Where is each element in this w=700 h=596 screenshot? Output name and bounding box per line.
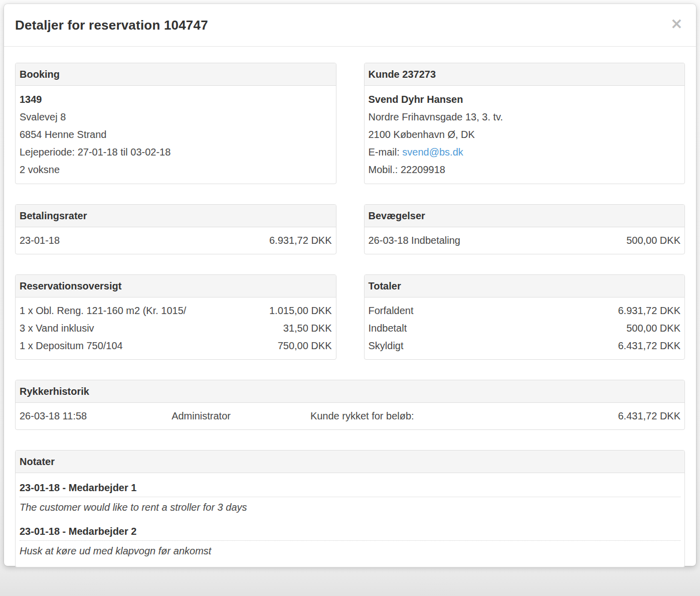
total-amount: 6.431,72 DKK xyxy=(618,337,680,355)
booking-guests: 2 voksne xyxy=(20,161,332,179)
total-amount: 6.931,72 DKK xyxy=(618,302,680,320)
booking-panel: Booking 1349 Svalevej 8 6854 Henne Stran… xyxy=(15,63,336,184)
customer-address-street: Nordre Frihavnsgade 13, 3. tv. xyxy=(369,108,681,126)
customer-name: Svend Dyhr Hansen xyxy=(369,91,681,108)
table-row: Skyldigt 6.431,72 DKK xyxy=(369,337,681,355)
note-item: 23-01-18 - Medarbejder 2 Husk at køre ud… xyxy=(20,523,680,560)
modal-header: Detaljer for reservation 104747 × xyxy=(4,4,696,47)
reminder-history-table: 26-03-18 11:58 Administrator Kunde rykke… xyxy=(16,403,684,429)
reminder-user: Administrator xyxy=(171,407,310,425)
overview-item-label: 3 x Vand inklusiv xyxy=(20,320,94,337)
notes-panel-body: 23-01-18 - Medarbejder 1 The customer wo… xyxy=(16,473,684,567)
payment-rate-date: 23-01-18 xyxy=(20,232,60,249)
booking-address-city: 6854 Henne Strand xyxy=(20,126,332,143)
payment-rate-amount: 6.931,72 DKK xyxy=(269,232,332,249)
table-row: Indbetalt 500,00 DKK xyxy=(369,320,681,337)
totals-panel: Totaler Forfaldent 6.931,72 DKK Indbetal… xyxy=(364,274,685,360)
panels-grid: Booking 1349 Svalevej 8 6854 Henne Stran… xyxy=(15,63,685,360)
note-text: Husk at køre ud med klapvogn før ankomst xyxy=(20,541,680,560)
modal-body: Booking 1349 Svalevej 8 6854 Henne Stran… xyxy=(4,47,696,572)
notes-panel: Notater 23-01-18 - Medarbejder 1 The cus… xyxy=(15,450,685,567)
overview-item-amount: 1.015,00 DKK xyxy=(269,302,332,320)
reminder-history-panel-title: Rykkerhistorik xyxy=(16,380,684,403)
total-amount: 500,00 DKK xyxy=(626,320,680,337)
table-row: 1 x Obl. Reng. 121-160 m2 (Kr. 1015/ 1.0… xyxy=(20,302,332,320)
customer-panel-body: Svend Dyhr Hansen Nordre Frihavnsgade 13… xyxy=(365,86,685,184)
modal-title: Detaljer for reservation 104747 xyxy=(15,18,681,33)
table-row: 26-03-18 11:58 Administrator Kunde rykke… xyxy=(20,407,680,425)
reservation-overview-panel: Reservationsoversigt 1 x Obl. Reng. 121-… xyxy=(15,274,336,360)
customer-mobile: Mobil.: 22209918 xyxy=(369,161,681,179)
overview-item-label: 1 x Depositum 750/104 xyxy=(20,337,123,355)
total-label: Skyldigt xyxy=(369,337,404,355)
customer-panel: Kunde 237273 Svend Dyhr Hansen Nordre Fr… xyxy=(364,63,685,184)
overview-item-amount: 31,50 DKK xyxy=(283,320,332,337)
movements-panel: Bevægelser 26-03-18 Indbetaling 500,00 D… xyxy=(364,204,685,254)
note-item: 23-01-18 - Medarbejder 1 The customer wo… xyxy=(20,479,680,516)
totals-panel-title: Totaler xyxy=(365,275,685,297)
overview-item-label: 1 x Obl. Reng. 121-160 m2 (Kr. 1015/ xyxy=(20,302,186,320)
table-row: 1 x Depositum 750/104 750,00 DKK xyxy=(20,337,332,355)
notes-panel-title: Notater xyxy=(16,451,684,473)
note-heading: 23-01-18 - Medarbejder 1 xyxy=(20,479,680,497)
customer-email-row: E-mail: svend@bs.dk xyxy=(369,143,681,161)
customer-panel-title: Kunde 237273 xyxy=(365,63,685,86)
booking-panel-title: Booking xyxy=(16,63,336,86)
movements-table: 26-03-18 Indbetaling 500,00 DKK xyxy=(365,227,685,254)
booking-rental-period: Lejeperiode: 27-01-18 til 03-02-18 xyxy=(20,143,332,161)
reminder-description: Kunde rykket for beløb: xyxy=(310,407,618,425)
customer-email-label: E-mail: xyxy=(369,146,403,158)
booking-number: 1349 xyxy=(20,91,332,108)
booking-panel-body: 1349 Svalevej 8 6854 Henne Strand Lejepe… xyxy=(16,86,336,184)
table-row: 26-03-18 Indbetaling 500,00 DKK xyxy=(369,232,681,249)
reservation-details-modal: Detaljer for reservation 104747 × Bookin… xyxy=(4,4,696,566)
total-label: Forfaldent xyxy=(369,302,414,320)
reminder-amount: 6.431,72 DKK xyxy=(618,407,680,425)
movement-label: 26-03-18 Indbetaling xyxy=(369,232,460,249)
table-row: 23-01-18 6.931,72 DKK xyxy=(20,232,332,249)
overview-item-amount: 750,00 DKK xyxy=(278,337,332,355)
reminder-date: 26-03-18 11:58 xyxy=(20,407,171,425)
table-row: Forfaldent 6.931,72 DKK xyxy=(369,302,681,320)
customer-address-city: 2100 København Ø, DK xyxy=(369,126,681,143)
table-row: 3 x Vand inklusiv 31,50 DKK xyxy=(20,320,332,337)
reservation-overview-table: 1 x Obl. Reng. 121-160 m2 (Kr. 1015/ 1.0… xyxy=(16,297,336,359)
reminder-history-panel: Rykkerhistorik 26-03-18 11:58 Administra… xyxy=(15,380,685,430)
payment-rates-table: 23-01-18 6.931,72 DKK xyxy=(16,227,336,254)
close-icon[interactable]: × xyxy=(670,16,683,31)
booking-address-street: Svalevej 8 xyxy=(20,108,332,126)
totals-table: Forfaldent 6.931,72 DKK Indbetalt 500,00… xyxy=(365,297,685,359)
note-heading: 23-01-18 - Medarbejder 2 xyxy=(20,523,680,541)
movements-panel-title: Bevægelser xyxy=(365,205,685,227)
movement-amount: 500,00 DKK xyxy=(626,232,680,249)
payment-rates-panel-title: Betalingsrater xyxy=(16,205,336,227)
payment-rates-panel: Betalingsrater 23-01-18 6.931,72 DKK xyxy=(15,204,336,254)
customer-email-link[interactable]: svend@bs.dk xyxy=(402,146,463,158)
reservation-overview-panel-title: Reservationsoversigt xyxy=(16,275,336,297)
note-text: The customer would like to rent a stroll… xyxy=(20,497,680,516)
total-label: Indbetalt xyxy=(369,320,407,337)
